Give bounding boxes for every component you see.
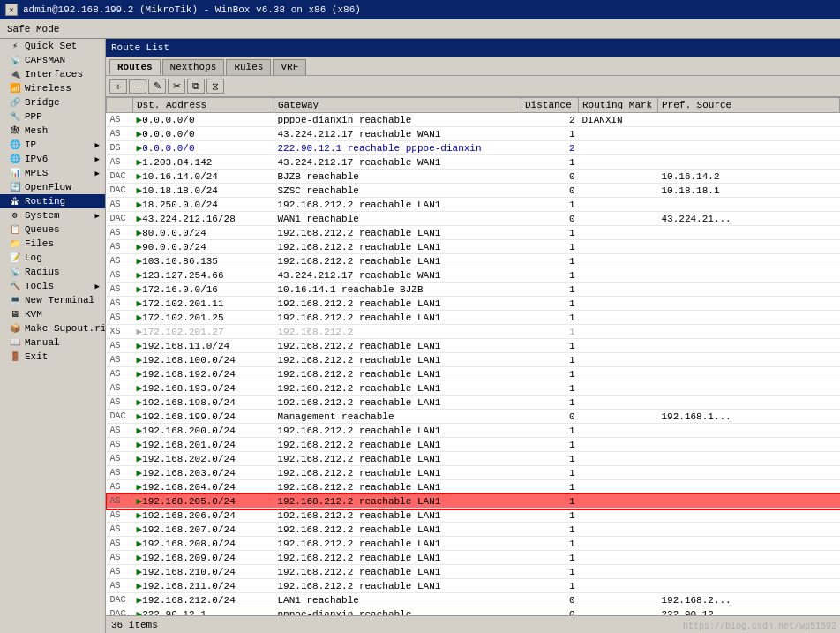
row-dst: ▶172.102.201.11 (133, 297, 274, 311)
row-pref-source: 222.90.12... (658, 607, 840, 616)
routing-icon: 🛣 (9, 196, 21, 207)
row-routing-mark (579, 353, 658, 367)
col-gateway[interactable]: Gateway (274, 98, 521, 113)
sidebar-item-new-terminal[interactable]: 💻 New Terminal (0, 293, 105, 307)
table-row[interactable]: DAC▶192.168.212.0/24LAN1 reachable0192.1… (107, 593, 840, 607)
add-button[interactable]: + (109, 79, 127, 94)
sidebar-item-routing[interactable]: 🛣 Routing (0, 194, 105, 208)
row-distance: 0 (521, 410, 579, 424)
row-dst: ▶192.168.209.0/24 (133, 551, 274, 565)
close-button[interactable]: ✕ (5, 4, 18, 16)
table-row[interactable]: AS▶192.168.192.0/24192.168.212.2 reachab… (107, 367, 840, 381)
sidebar-item-exit[interactable]: 🚪 Exit (0, 350, 105, 364)
table-row[interactable]: AS▶192.168.205.0/24192.168.212.2 reachab… (107, 494, 840, 509)
sidebar-item-quickset[interactable]: ⚡ Quick Set (0, 39, 105, 53)
sidebar-item-tools[interactable]: 🔨 Tools ▶ (0, 279, 105, 293)
sidebar-item-manual[interactable]: 📖 Manual (0, 335, 105, 350)
table-row[interactable]: AS▶103.10.86.135192.168.212.2 reachable … (107, 254, 840, 268)
table-row[interactable]: AS▶123.127.254.6643.224.212.17 reachable… (107, 268, 840, 283)
sidebar-item-queues[interactable]: 📋 Queues (0, 222, 105, 237)
row-distance: 1 (521, 523, 579, 537)
tab-routes[interactable]: Routes (109, 59, 161, 75)
table-row[interactable]: AS▶192.168.210.0/24192.168.212.2 reachab… (107, 565, 840, 579)
sidebar-item-make-supout[interactable]: 📦 Make Supout.rif (0, 321, 105, 335)
watermark: https://blog.csdn.net/wp51592 (683, 622, 836, 631)
table-row[interactable]: AS▶192.168.193.0/24192.168.212.2 reachab… (107, 381, 840, 396)
col-distance[interactable]: Distance (521, 98, 579, 113)
row-routing-mark (579, 438, 658, 452)
sidebar-item-label: Exit (25, 351, 48, 362)
sidebar-item-kvm[interactable]: 🖥 KVM (0, 307, 105, 321)
table-row[interactable]: DAC▶192.168.199.0/24Management reachable… (107, 410, 840, 424)
route-table-wrapper[interactable]: Dst. Address Gateway Distance Routing Ma… (106, 97, 840, 615)
sidebar-item-radius[interactable]: 📡 Radius (0, 265, 105, 279)
sidebar-item-label: IPv6 (25, 154, 48, 164)
row-dst: ▶192.168.202.0/24 (133, 452, 274, 466)
table-row[interactable]: XS▶172.102.201.27192.168.212.21 (107, 325, 840, 339)
table-row[interactable]: AS▶172.16.0.0/1610.16.14.1 reachable BJZ… (107, 283, 840, 297)
table-row[interactable]: AS▶192.168.207.0/24192.168.212.2 reachab… (107, 523, 840, 537)
sidebar-item-label: System (25, 210, 60, 221)
table-row[interactable]: AS▶192.168.208.0/24192.168.212.2 reachab… (107, 537, 840, 551)
table-row[interactable]: AS▶0.0.0.0/043.224.212.17 reachable WAN1… (107, 127, 840, 141)
col-flag[interactable] (107, 98, 133, 113)
table-row[interactable]: AS▶192.168.202.0/24192.168.212.2 reachab… (107, 452, 840, 466)
row-flag: AS (107, 509, 133, 523)
table-row[interactable]: DAC▶43.224.212.16/28WAN1 reachable043.22… (107, 212, 840, 226)
col-dst[interactable]: Dst. Address (133, 98, 274, 113)
remove-button[interactable]: − (129, 79, 146, 94)
sidebar-item-mesh[interactable]: 🕸 Mesh (0, 124, 105, 138)
sidebar-item-ppp[interactable]: 🔧 PPP (0, 109, 105, 124)
table-row[interactable]: AS▶192.168.203.0/24192.168.212.2 reachab… (107, 466, 840, 480)
table-row[interactable]: AS▶172.102.201.11192.168.212.2 reachable… (107, 297, 840, 311)
tab-rules[interactable]: Rules (226, 59, 271, 75)
copy-button[interactable]: ⧉ (187, 79, 205, 94)
table-row[interactable]: AS▶90.0.0.0/24192.168.212.2 reachable LA… (107, 240, 840, 254)
table-row[interactable]: AS▶0.0.0.0/0pppoe-dianxin reachable2DIAN… (107, 113, 840, 127)
sidebar-item-mpls[interactable]: 📊 MPLS ▶ (0, 166, 105, 180)
table-row[interactable]: AS▶172.102.201.25192.168.212.2 reachable… (107, 311, 840, 325)
sidebar-item-log[interactable]: 📝 Log (0, 251, 105, 265)
row-pref-source (658, 311, 840, 325)
row-flag: AS (107, 127, 133, 141)
tab-vrf[interactable]: VRF (273, 59, 306, 75)
filter-button[interactable]: ⧖ (206, 79, 224, 94)
sidebar-item-system[interactable]: ⚙ System ▶ (0, 208, 105, 222)
row-flag: AS (107, 424, 133, 438)
table-row[interactable]: DAC▶222.90.12.1pppoe-dianxin reachable02… (107, 607, 840, 616)
table-row[interactable]: AS▶1.203.84.14243.224.212.17 reachable W… (107, 155, 840, 170)
table-row[interactable]: AS▶192.168.11.0/24192.168.212.2 reachabl… (107, 339, 840, 353)
table-row[interactable]: AS▶192.168.200.0/24192.168.212.2 reachab… (107, 424, 840, 438)
col-routing-mark[interactable]: Routing Mark (579, 98, 658, 113)
table-row[interactable]: AS▶80.0.0.0/24192.168.212.2 reachable LA… (107, 226, 840, 240)
table-row[interactable]: AS▶192.168.209.0/24192.168.212.2 reachab… (107, 551, 840, 565)
table-row[interactable]: AS▶192.168.100.0/24192.168.212.2 reachab… (107, 353, 840, 367)
sidebar-item-bridge[interactable]: 🔗 Bridge (0, 95, 105, 109)
sidebar-item-ipv6[interactable]: 🌐 IPv6 ▶ (0, 152, 105, 166)
sidebar-item-interfaces[interactable]: 🔌 Interfaces (0, 67, 105, 81)
table-row[interactable]: DAC▶10.16.14.0/24BJZB reachable010.16.14… (107, 170, 840, 184)
tabs-bar: Routes Nexthops Rules VRF (106, 57, 840, 76)
table-row[interactable]: AS▶192.168.204.0/24192.168.212.2 reachab… (107, 480, 840, 494)
row-pref-source (658, 579, 840, 593)
table-row[interactable]: AS▶192.168.201.0/24192.168.212.2 reachab… (107, 438, 840, 452)
table-row[interactable]: AS▶192.168.206.0/24192.168.212.2 reachab… (107, 509, 840, 523)
table-row[interactable]: AS▶192.168.211.0/24192.168.212.2 reachab… (107, 579, 840, 593)
col-pref-source[interactable]: Pref. Source (658, 98, 840, 113)
row-gateway: 192.168.212.2 reachable LAN1 (274, 311, 521, 325)
sidebar-item-files[interactable]: 📁 Files (0, 237, 105, 251)
sidebar-item-capsman[interactable]: 📡 CAPsMAN (0, 53, 105, 67)
sidebar-item-openflow[interactable]: 🔄 OpenFlow (0, 180, 105, 194)
table-row[interactable]: AS▶18.250.0.0/24192.168.212.2 reachable … (107, 198, 840, 212)
sidebar-item-ip[interactable]: 🌐 IP ▶ (0, 138, 105, 152)
tab-nexthops[interactable]: Nexthops (162, 59, 225, 75)
table-row[interactable]: DS▶0.0.0.0/0222.90.12.1 reachable pppoe-… (107, 141, 840, 155)
safe-mode-button[interactable]: Safe Mode (4, 23, 63, 35)
cut-button[interactable]: ✂ (168, 79, 185, 94)
row-dst: ▶123.127.254.66 (133, 268, 274, 283)
edit-button[interactable]: ✎ (148, 79, 166, 94)
row-dst: ▶192.168.201.0/24 (133, 438, 274, 452)
table-row[interactable]: DAC▶10.18.18.0/24SZSC reachable010.18.18… (107, 184, 840, 198)
sidebar-item-wireless[interactable]: 📶 Wireless (0, 81, 105, 95)
table-row[interactable]: AS▶192.168.198.0/24192.168.212.2 reachab… (107, 396, 840, 410)
